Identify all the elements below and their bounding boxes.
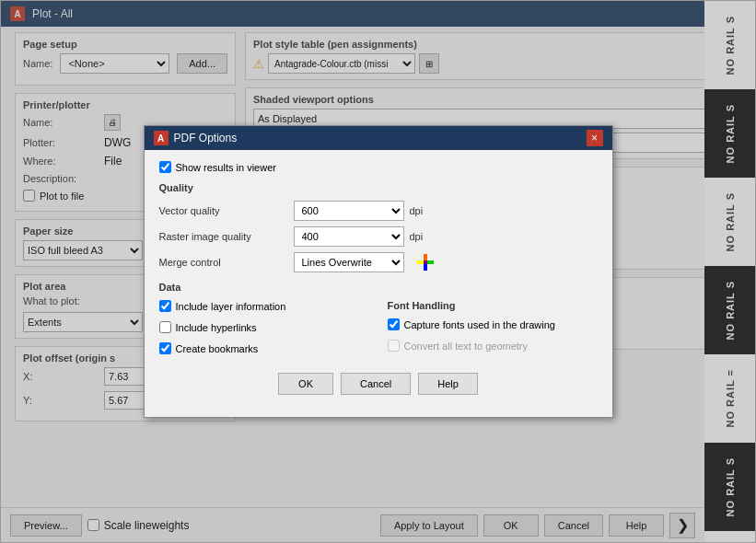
modal-cancel-button[interactable]: Cancel <box>341 373 411 395</box>
main-window: A Plot - All × Page setup Name: <None> A… <box>0 0 756 543</box>
raster-quality-label: Raster image quality <box>159 231 288 242</box>
convert-text-checkbox[interactable] <box>388 340 400 352</box>
merge-control-label: Merge control <box>159 257 288 268</box>
modal-app-icon: A <box>154 131 169 145</box>
create-bookmarks-label: Create bookmarks <box>176 343 259 354</box>
include-layer-row: Include layer information <box>159 300 369 312</box>
modal-data-left: Include layer information Include hyperl… <box>159 300 369 364</box>
convert-text-row: Convert all text to geometry <box>388 340 598 352</box>
modal-overlay: A PDF Options × Show results in viewer Q… <box>1 1 755 542</box>
modal-title-bar: A PDF Options × <box>145 126 612 150</box>
svg-rect-2 <box>424 260 427 264</box>
include-layer-label: Include layer information <box>176 301 286 312</box>
modal-body: Show results in viewer Quality Vector qu… <box>145 150 612 417</box>
merge-control-select[interactable]: Lines Overwrite Lines Merge <box>294 252 404 272</box>
svg-rect-5 <box>424 254 427 260</box>
svg-rect-6 <box>424 264 427 271</box>
vector-quality-select[interactable]: 600 400 200 100 <box>294 201 404 221</box>
vector-quality-row: Vector quality 600 400 200 100 dpi <box>159 201 598 221</box>
convert-text-label: Convert all text to geometry <box>404 341 529 352</box>
modal-title: PDF Options <box>174 132 238 144</box>
data-section: Data Include layer information Include h… <box>159 282 598 364</box>
show-results-checkbox[interactable] <box>159 161 171 173</box>
include-hyperlinks-checkbox[interactable] <box>159 321 171 333</box>
raster-dpi-label: dpi <box>410 231 424 242</box>
show-results-label: Show results in viewer <box>176 162 276 173</box>
modal-title-left: A PDF Options <box>154 131 238 145</box>
capture-fonts-row: Capture fonts used in the drawing <box>388 318 598 330</box>
pdf-options-modal: A PDF Options × Show results in viewer Q… <box>144 125 613 418</box>
include-layer-checkbox[interactable] <box>159 300 171 312</box>
raster-quality-row: Raster image quality 400 600 200 100 dpi <box>159 226 598 247</box>
merge-control-row: Merge control Lines Overwrite Lines Merg… <box>159 252 598 272</box>
quality-section-title: Quality <box>159 182 598 193</box>
include-hyperlinks-label: Include hyperlinks <box>176 322 257 333</box>
create-bookmarks-row: Create bookmarks <box>159 342 369 354</box>
modal-help-button[interactable]: Help <box>418 373 478 395</box>
raster-quality-select[interactable]: 400 600 200 100 <box>294 226 404 247</box>
modal-close-btn[interactable]: × <box>587 130 603 146</box>
vector-quality-label: Vector quality <box>159 205 288 216</box>
show-results-row: Show results in viewer <box>159 161 598 173</box>
modal-ok-button[interactable]: OK <box>278 373 333 395</box>
create-bookmarks-checkbox[interactable] <box>159 342 171 354</box>
capture-fonts-label: Capture fonts used in the drawing <box>404 319 556 330</box>
merge-icon <box>415 252 436 272</box>
modal-footer: OK Cancel Help <box>159 364 598 406</box>
capture-fonts-checkbox[interactable] <box>388 318 400 330</box>
data-section-title: Data <box>159 282 598 293</box>
include-hyperlinks-row: Include hyperlinks <box>159 321 369 333</box>
modal-font-right: Font Handling Capture fonts used in the … <box>388 300 598 364</box>
svg-rect-3 <box>417 260 424 264</box>
svg-rect-4 <box>427 260 434 264</box>
font-handling-title: Font Handling <box>388 300 598 311</box>
modal-two-col: Include layer information Include hyperl… <box>159 300 598 364</box>
vector-dpi-label: dpi <box>410 205 424 216</box>
